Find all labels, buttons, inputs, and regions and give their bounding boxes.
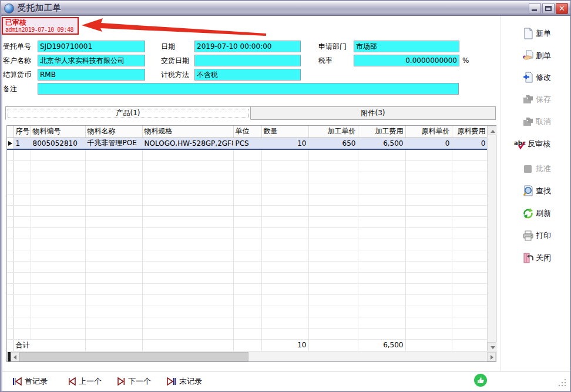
grid-empty-row (7, 239, 488, 250)
grid-empty-row (7, 250, 488, 261)
col-header-raw-fee: 原料费用 (452, 126, 488, 138)
scroll-down-button[interactable] (488, 342, 496, 351)
modify-button[interactable]: 修改 (522, 71, 551, 85)
close-icon: ✕ (556, 4, 567, 14)
customer-label: 客户名称 (3, 55, 31, 66)
currency-field[interactable]: RMB (38, 69, 145, 81)
grid-empty-row (7, 183, 488, 194)
currency-label: 结算货币 (3, 69, 31, 81)
cell-raw-price[interactable]: 0 (405, 138, 452, 149)
close-form-button[interactable]: 关闭 (522, 251, 551, 265)
grid-empty-row (7, 317, 488, 328)
grid-empty-row (7, 194, 488, 205)
grid-empty-rows (7, 149, 488, 339)
unapprove-button-label: 反审核 (528, 139, 550, 149)
close-button[interactable]: ✕ (556, 3, 568, 14)
approve-square-icon (522, 163, 534, 175)
col-header-proc-fee: 加工费用 (358, 126, 405, 138)
horizontal-scrollbar[interactable] (7, 351, 496, 361)
app-window: 受托加工单 ✕ 已审核 admin2019-07-10 09:48 受托单号 S… (0, 0, 571, 392)
cell-seq[interactable]: 1 (14, 138, 31, 149)
grid-empty-row (7, 272, 488, 283)
grid-empty-row (7, 160, 488, 172)
grid-empty-row (7, 261, 488, 272)
cell-qty[interactable]: 10 (261, 138, 308, 149)
grid-empty-row (7, 283, 488, 294)
hscroll-thumb[interactable] (19, 352, 248, 361)
cell-item-no[interactable]: 8005052810 (31, 138, 85, 149)
grid-empty-row (7, 306, 488, 317)
minimize-button[interactable] (529, 3, 541, 14)
cell-proc-price[interactable]: 650 (308, 138, 358, 149)
next-record-button[interactable]: 下一个 (117, 376, 151, 387)
tab-product[interactable]: 产品(1) (5, 106, 251, 120)
vertical-scrollbar[interactable] (487, 126, 496, 351)
scroll-right-icon (491, 355, 493, 360)
cell-raw-fee[interactable]: 0 (452, 138, 488, 149)
current-row-marker-icon (8, 141, 12, 146)
remark-field[interactable] (38, 83, 459, 95)
find-button[interactable]: 查找 (522, 184, 551, 198)
save-button: 保存 (522, 92, 551, 106)
date-field[interactable]: 2019-07-10 00:00:00 (194, 41, 301, 52)
titlebar: 受托加工单 ✕ (1, 1, 571, 16)
close-door-icon (522, 252, 534, 264)
tax-rate-suffix: % (462, 55, 469, 66)
cell-proc-fee[interactable]: 6,500 (358, 138, 405, 149)
grid-header-row: 序号 物料编号 物料名称 物料规格 单位 数量 加工单价 加工费用 原料单价 原… (7, 126, 488, 138)
col-header-seq: 序号 (14, 126, 31, 138)
scroll-up-button[interactable] (488, 126, 496, 135)
abc-check-icon: abc (514, 138, 526, 150)
unapprove-button[interactable]: abc 反审核 (514, 137, 550, 151)
tax-rate-field[interactable]: 0.0000000000 (354, 55, 459, 66)
col-header-qty: 数量 (261, 126, 308, 138)
last-record-label: 末记录 (179, 376, 202, 387)
cancel-folder-icon (522, 116, 534, 128)
prev-record-button[interactable]: 上一个 (68, 376, 102, 387)
next-record-icon (117, 377, 125, 386)
department-field[interactable]: 市场部 (354, 41, 459, 52)
maximize-button[interactable] (542, 3, 555, 14)
globe-icon (4, 4, 14, 14)
last-record-icon (167, 377, 176, 386)
refresh-button[interactable]: 刷新 (522, 206, 551, 220)
delete-button[interactable]: 删单 (522, 49, 551, 63)
new-button[interactable]: 新单 (522, 26, 551, 41)
modify-doc-icon (522, 72, 534, 83)
scroll-up-icon (491, 130, 495, 133)
col-header-item-spec: 物料规格 (142, 126, 233, 138)
save-folder-icon (522, 93, 534, 105)
cell-unit[interactable]: PCS (233, 138, 261, 149)
items-grid: 序号 物料编号 物料名称 物料规格 单位 数量 加工单价 加工费用 原料单价 原… (6, 125, 496, 362)
tax-rate-label: 税率 (318, 55, 332, 66)
consign-no-field[interactable]: SJD190710001 (38, 41, 145, 52)
scroll-right-button[interactable] (487, 352, 496, 361)
col-header-item-no: 物料编号 (31, 126, 85, 138)
total-qty: 10 (261, 339, 308, 351)
date-label: 日期 (161, 41, 175, 52)
col-header-proc-price: 加工单价 (308, 126, 358, 138)
grid-empty-row (7, 328, 488, 339)
next-record-label: 下一个 (128, 376, 151, 387)
col-header-raw-price: 原料单价 (405, 126, 452, 138)
close-form-button-label: 关闭 (536, 253, 551, 263)
scroll-left-button[interactable] (11, 352, 19, 361)
print-button[interactable]: 打印 (522, 229, 551, 243)
modify-button-label: 修改 (536, 72, 551, 83)
cancel-button-label: 取消 (536, 116, 551, 127)
cell-item-name[interactable]: 千兆非管理POE (85, 138, 142, 149)
tax-method-field[interactable]: 不含税 (194, 69, 301, 81)
grid-empty-row (7, 227, 488, 239)
resize-grip[interactable] (558, 378, 566, 387)
grid-row-selected[interactable]: 1 8005052810 千兆非管理POE NOLOGO,HW-528GP,2G… (7, 138, 488, 149)
tab-attachment[interactable]: 附件(3) (251, 106, 496, 120)
first-record-button[interactable]: 首记录 (12, 376, 48, 387)
grid-empty-row (7, 294, 488, 306)
cell-item-spec[interactable]: NOLOGO,HW-528GP,2GF8 (142, 138, 233, 149)
current-row-gutter (7, 138, 14, 149)
delivery-date-field[interactable] (194, 55, 301, 66)
save-button-label: 保存 (536, 94, 551, 105)
customer-field[interactable]: 北京华人求实科技有限公司 (38, 55, 145, 66)
grid-empty-row (7, 149, 488, 160)
last-record-button[interactable]: 末记录 (167, 376, 202, 387)
